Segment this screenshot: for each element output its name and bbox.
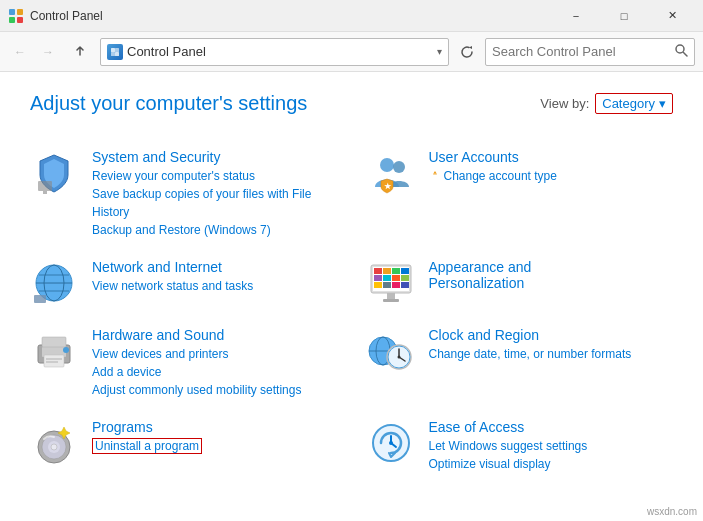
svg-rect-24 — [383, 268, 391, 274]
programs-info: Programs Uninstall a program — [92, 419, 337, 455]
page-title: Adjust your computer's settings — [30, 92, 307, 115]
ease-of-access-icon — [367, 419, 415, 467]
category-programs: Programs Uninstall a program — [30, 409, 337, 483]
svg-rect-28 — [383, 275, 391, 281]
window-controls: − □ ✕ — [553, 0, 695, 32]
network-title[interactable]: Network and Internet — [92, 259, 337, 275]
refresh-button[interactable] — [453, 38, 481, 66]
svg-rect-7 — [115, 52, 119, 56]
page-header: Adjust your computer's settings View by:… — [30, 92, 673, 115]
close-button[interactable]: ✕ — [649, 0, 695, 32]
address-text: Control Panel — [127, 44, 433, 59]
svg-rect-43 — [46, 361, 58, 363]
svg-rect-33 — [392, 282, 400, 288]
programs-link-1[interactable]: Uninstall a program — [92, 438, 202, 454]
app-icon — [8, 8, 24, 24]
hardware-link-3[interactable]: Adjust commonly used mobility settings — [92, 381, 337, 399]
system-security-link-3[interactable]: Backup and Restore (Windows 7) — [92, 221, 337, 239]
minimize-button[interactable]: − — [553, 0, 599, 32]
category-network: Network and Internet View network status… — [30, 249, 337, 317]
system-security-icon — [30, 149, 78, 197]
category-system-security: System and Security Review your computer… — [30, 139, 337, 249]
svg-rect-5 — [115, 48, 119, 52]
programs-icon — [30, 419, 78, 467]
category-appearance: Appearance andPersonalization — [367, 249, 674, 317]
svg-rect-0 — [9, 9, 15, 15]
appearance-icon — [367, 259, 415, 307]
programs-title[interactable]: Programs — [92, 419, 337, 435]
svg-point-8 — [676, 45, 684, 53]
svg-rect-10 — [38, 181, 52, 191]
category-hardware: Hardware and Sound View devices and prin… — [30, 317, 337, 409]
up-button[interactable] — [66, 38, 94, 66]
appearance-info: Appearance andPersonalization — [429, 259, 674, 293]
svg-rect-11 — [43, 191, 47, 194]
hardware-link-1[interactable]: View devices and printers — [92, 345, 337, 363]
svg-rect-29 — [392, 275, 400, 281]
svg-rect-42 — [46, 358, 62, 360]
user-accounts-icon: ★ — [367, 149, 415, 197]
svg-point-41 — [63, 347, 69, 353]
svg-rect-34 — [401, 282, 409, 288]
svg-rect-4 — [111, 48, 115, 52]
ease-of-access-link-1[interactable]: Let Windows suggest settings — [429, 437, 674, 455]
title-bar: Control Panel − □ ✕ — [0, 0, 703, 32]
system-security-info: System and Security Review your computer… — [92, 149, 337, 239]
svg-rect-36 — [383, 299, 399, 302]
clock-title[interactable]: Clock and Region — [429, 327, 674, 343]
svg-rect-25 — [392, 268, 400, 274]
forward-button[interactable]: → — [36, 40, 60, 64]
svg-rect-30 — [401, 275, 409, 281]
back-button[interactable]: ← — [8, 40, 32, 64]
watermark: wsxdn.com — [647, 506, 697, 517]
hardware-title[interactable]: Hardware and Sound — [92, 327, 337, 343]
search-icon[interactable] — [675, 44, 688, 60]
address-field[interactable]: Control Panel ▾ — [100, 38, 449, 66]
svg-rect-23 — [374, 268, 382, 274]
clock-info: Clock and Region Change date, time, or n… — [429, 327, 674, 363]
system-security-title[interactable]: System and Security — [92, 149, 337, 165]
network-info: Network and Internet View network status… — [92, 259, 337, 295]
categories-grid: System and Security Review your computer… — [30, 139, 673, 483]
svg-rect-35 — [387, 293, 395, 299]
hardware-icon — [30, 327, 78, 375]
svg-point-59 — [389, 441, 393, 445]
ease-of-access-link-2[interactable]: Optimize visual display — [429, 455, 674, 473]
category-chevron: ▾ — [659, 96, 666, 111]
svg-point-12 — [380, 158, 394, 172]
user-accounts-title[interactable]: User Accounts — [429, 149, 674, 165]
appearance-title[interactable]: Appearance andPersonalization — [429, 259, 674, 291]
category-user-accounts: ★ User Accounts Change account type — [367, 139, 674, 249]
category-label: Category — [602, 96, 655, 111]
search-input[interactable] — [492, 44, 671, 59]
address-bar: ← → Control Panel ▾ — [0, 32, 703, 72]
window-title: Control Panel — [30, 9, 553, 23]
svg-rect-27 — [374, 275, 382, 281]
svg-point-51 — [397, 356, 400, 359]
network-link-1[interactable]: View network status and tasks — [92, 277, 337, 295]
user-accounts-link-1[interactable]: Change account type — [429, 167, 674, 187]
view-by-control: View by: Category ▾ — [540, 93, 673, 114]
svg-line-9 — [684, 52, 688, 56]
svg-rect-40 — [42, 337, 66, 347]
clock-link-1[interactable]: Change date, time, or number formats — [429, 345, 674, 363]
system-security-link-2[interactable]: Save backup copies of your files with Fi… — [92, 185, 337, 221]
ease-of-access-info: Ease of Access Let Windows suggest setti… — [429, 419, 674, 473]
clock-icon — [367, 327, 415, 375]
maximize-button[interactable]: □ — [601, 0, 647, 32]
user-accounts-info: User Accounts Change account type — [429, 149, 674, 187]
network-icon — [30, 259, 78, 307]
address-dropdown-chevron[interactable]: ▾ — [437, 46, 442, 57]
svg-rect-3 — [17, 17, 23, 23]
hardware-link-2[interactable]: Add a device — [92, 363, 337, 381]
system-security-link-1[interactable]: Review your computer's status — [92, 167, 337, 185]
hardware-info: Hardware and Sound View devices and prin… — [92, 327, 337, 399]
svg-rect-31 — [374, 282, 382, 288]
view-by-category-button[interactable]: Category ▾ — [595, 93, 673, 114]
ease-of-access-title[interactable]: Ease of Access — [429, 419, 674, 435]
svg-rect-32 — [383, 282, 391, 288]
svg-rect-2 — [9, 17, 15, 23]
search-box[interactable] — [485, 38, 695, 66]
svg-rect-20 — [34, 295, 46, 303]
svg-rect-26 — [401, 268, 409, 274]
